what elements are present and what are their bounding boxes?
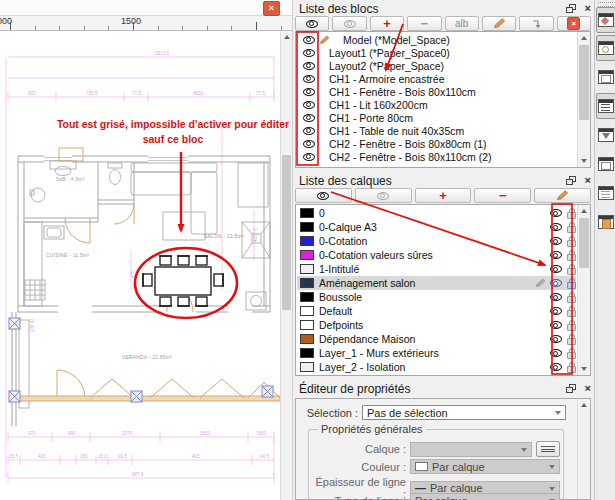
block-list[interactable]: Model (*Model_Space) Layout1 (*Paper_Spa…: [295, 31, 591, 168]
layer-lock-icon[interactable]: [567, 222, 576, 232]
layer-property-dropdown[interactable]: [410, 442, 532, 457]
block-row[interactable]: Layout2 (*Paper_Space): [297, 59, 576, 72]
layer-lock-icon[interactable]: [567, 334, 576, 344]
scroll-up-button[interactable]: [281, 31, 292, 43]
layer-visibility-icon[interactable]: [550, 349, 562, 357]
layer-color-swatch[interactable]: [300, 320, 314, 330]
dock-toggle-reference-icon[interactable]: [596, 151, 615, 177]
layer-row[interactable]: Layer_1 - Murs extérieurs: [297, 346, 576, 360]
block-row[interactable]: Layout1 (*Paper_Space0): [297, 46, 576, 59]
dock-toggle-viewport-icon[interactable]: [596, 64, 615, 90]
float-panel-icon[interactable]: [566, 176, 576, 185]
layer-visibility-icon[interactable]: [550, 209, 562, 217]
block-row[interactable]: CH1 - Porte 80cm: [297, 111, 576, 124]
scroll-down-button[interactable]: [578, 363, 590, 375]
dining-table-block[interactable]: [143, 256, 223, 306]
block-row[interactable]: CH1 - Armoire encastrée: [297, 72, 576, 85]
rename-block-button[interactable]: alb: [445, 16, 479, 31]
layer-color-swatch[interactable]: [300, 250, 314, 260]
layer-color-swatch[interactable]: [300, 362, 314, 372]
layer-menu-button[interactable]: [536, 441, 560, 457]
layer-row[interactable]: Boussole: [297, 290, 576, 304]
floor-plan-canvas[interactable]: 2910.6 905 735.5 77.5 4830 77.5 970 900 …: [0, 30, 292, 500]
layer-visibility-icon[interactable]: [550, 279, 562, 287]
scroll-down-button[interactable]: [578, 155, 590, 167]
layer-color-swatch[interactable]: [300, 334, 314, 344]
block-row[interactable]: CH1 - Fenêtre - Bois 80x110cm: [297, 85, 576, 98]
block-row[interactable]: CH2 - Fenêtre - Bois 80x80cm (1): [297, 137, 576, 150]
layer-lock-icon[interactable]: [567, 362, 576, 372]
visibility-eye-icon[interactable]: [303, 153, 315, 161]
layer-row[interactable]: Default: [297, 304, 576, 318]
layer-visibility-icon[interactable]: [550, 223, 562, 231]
layer-list-scrollbar[interactable]: [577, 205, 590, 375]
visibility-eye-icon[interactable]: [303, 62, 315, 70]
visibility-eye-icon[interactable]: [303, 114, 315, 122]
dock-toggle-layer-list-icon[interactable]: [596, 93, 615, 119]
layer-color-swatch[interactable]: [300, 236, 314, 246]
close-block-edit-button[interactable]: ×: [557, 16, 591, 31]
visibility-eye-icon[interactable]: [303, 140, 315, 148]
float-panel-icon[interactable]: [566, 4, 576, 13]
remove-layer-button[interactable]: −: [474, 188, 531, 203]
add-block-button[interactable]: +: [370, 16, 404, 31]
layer-visibility-icon[interactable]: [550, 237, 562, 245]
drawing-viewport[interactable]: × 1000 1500: [0, 0, 292, 500]
layer-row[interactable]: Layer_2 - Isolation: [297, 360, 576, 374]
layer-color-swatch[interactable]: [300, 348, 314, 358]
layer-lock-icon[interactable]: [567, 292, 576, 302]
close-panel-icon[interactable]: ×: [585, 383, 591, 394]
layer-row[interactable]: 0: [297, 206, 576, 220]
block-row[interactable]: CH1 - Table de nuit 40x35cm: [297, 124, 576, 137]
layer-visibility-icon[interactable]: [550, 321, 562, 329]
scrollbar-thumb[interactable]: [579, 218, 589, 268]
add-layer-button[interactable]: +: [415, 188, 472, 203]
visibility-eye-icon[interactable]: [303, 88, 315, 96]
layer-lock-icon[interactable]: [567, 320, 576, 330]
layer-lock-icon[interactable]: [567, 236, 576, 246]
layer-lock-icon[interactable]: [567, 208, 576, 218]
layer-color-swatch[interactable]: [300, 222, 314, 232]
visibility-eye-icon[interactable]: [303, 101, 315, 109]
hide-all-blocks-button[interactable]: [332, 16, 366, 31]
layer-lock-icon[interactable]: [567, 306, 576, 316]
close-panel-icon[interactable]: ×: [585, 175, 591, 186]
layer-color-swatch[interactable]: [300, 306, 314, 316]
layer-visibility-icon[interactable]: [550, 363, 562, 371]
layer-lock-icon[interactable]: [567, 348, 576, 358]
scroll-up-button[interactable]: [578, 32, 590, 44]
visibility-eye-icon[interactable]: [303, 49, 315, 57]
layer-color-swatch[interactable]: [300, 278, 314, 288]
layer-row[interactable]: Defpoints: [297, 318, 576, 332]
float-panel-icon[interactable]: [566, 384, 576, 393]
layer-visibility-icon[interactable]: [550, 293, 562, 301]
layer-color-swatch[interactable]: [300, 264, 314, 274]
dock-toggle-selection-filter-icon[interactable]: [596, 122, 615, 148]
drawing-vertical-scrollbar[interactable]: [280, 31, 292, 500]
dock-toggle-clipboard-icon[interactable]: [596, 209, 615, 235]
scrollbar-thumb[interactable]: [579, 45, 589, 120]
layer-row[interactable]: 0-Cotation valeurs sûres: [297, 248, 576, 262]
dock-toggle-property-editor-icon[interactable]: [596, 35, 615, 61]
dock-toggle-command-line-icon[interactable]: [596, 180, 615, 206]
visibility-eye-icon[interactable]: [303, 75, 315, 83]
color-property-dropdown[interactable]: Par calque: [410, 459, 560, 474]
block-list-scrollbar[interactable]: [577, 32, 590, 167]
property-editor-scrollbar[interactable]: [577, 399, 590, 499]
insert-block-button[interactable]: [519, 16, 553, 31]
remove-block-button[interactable]: −: [407, 16, 441, 31]
visibility-eye-icon[interactable]: [303, 36, 315, 44]
linetype-property-dropdown[interactable]: Par calque: [410, 493, 560, 500]
edit-layer-button[interactable]: [534, 188, 591, 203]
document-close-button[interactable]: ×: [263, 1, 280, 16]
layer-row[interactable]: 0-Cotation: [297, 234, 576, 248]
layer-lock-icon[interactable]: [567, 278, 576, 288]
layer-row[interactable]: 1-Intitulé: [297, 262, 576, 276]
layer-row[interactable]: Dépendance Maison: [297, 332, 576, 346]
edit-block-button[interactable]: [482, 16, 516, 31]
scroll-up-button[interactable]: [578, 205, 590, 217]
layer-row[interactable]: 0-Calque A3: [297, 220, 576, 234]
layer-visibility-icon[interactable]: [550, 251, 562, 259]
layer-lock-icon[interactable]: [567, 264, 576, 274]
show-all-blocks-button[interactable]: [295, 16, 329, 31]
